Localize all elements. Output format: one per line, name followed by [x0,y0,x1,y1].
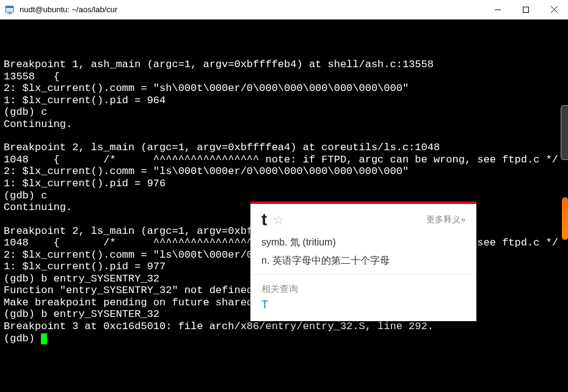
terminal-line: Breakpoint 1, ash_main (argc=1, argv=0xb… [4,59,563,71]
svg-rect-1 [5,6,13,8]
svg-rect-3 [7,13,12,14]
minimize-button[interactable] [484,0,512,19]
dict-definition-1: symb. 氚 (tritium) [250,233,476,252]
scrollbar-thumb[interactable] [562,197,568,240]
terminal-line: Breakpoint 3 at 0xc16d5010: file arch/x8… [4,321,563,333]
window-title: nudt@ubuntu: ~/aos/lab/cur [16,5,484,14]
svg-rect-2 [9,12,10,13]
favorite-star-icon[interactable]: ☆ [273,212,284,227]
terminal-line: Breakpoint 2, ls_main (argc=1, argv=0xbf… [4,142,563,154]
scrollbar-track[interactable] [561,105,568,160]
terminal-line: (gdb) [4,333,563,345]
terminal-line: 1: $lx_current().pid = 976 [4,178,563,190]
more-definitions-link[interactable]: 更多释义» [426,214,465,225]
dictionary-popup: t ☆ 更多释义» symb. 氚 (tritium) n. 英语字母中的第二十… [250,201,476,321]
terminal-line: 1: $lx_current().pid = 964 [4,95,563,107]
terminal-line: (gdb) c [4,106,563,118]
window-controls [484,0,568,19]
terminal-cursor [41,333,47,344]
terminal-line: (gdb) c [4,190,563,202]
related-queries-title: 相关查询 [250,274,476,297]
window-titlebar: nudt@ubuntu: ~/aos/lab/cur [0,0,568,20]
terminal-line: 1048 { /* ^^^^^^^^^^^^^^^^^ note: if FTP… [4,154,563,166]
dict-word: t [261,210,267,230]
terminal-line: 2: $lx_current().comm = "ls\000t\000er/0… [4,165,563,178]
close-button[interactable] [540,0,568,19]
terminal-line [4,130,563,142]
related-query-item[interactable]: T [250,297,476,321]
dict-definition-2: n. 英语字母中的第二十个字母 [250,252,476,270]
svg-rect-5 [523,7,529,12]
terminal-line: Continuing. [4,118,563,131]
terminal-line: 2: $lx_current().comm = "sh\000t\000er/0… [4,82,563,95]
terminal-line: 13558 { [4,71,563,83]
maximize-button[interactable] [512,0,540,19]
terminal-line [4,47,563,59]
app-icon [4,4,16,16]
